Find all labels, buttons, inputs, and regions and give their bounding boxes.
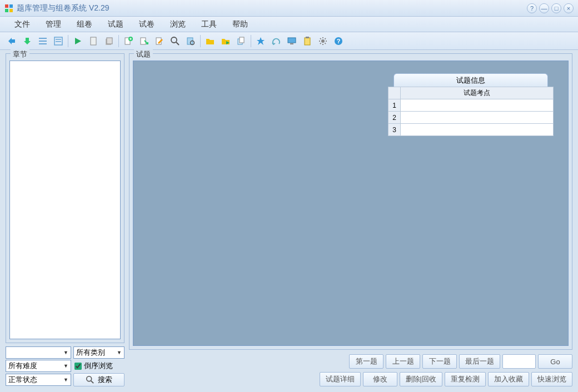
- type-select-value: 所有类别: [76, 348, 105, 358]
- svg-rect-12: [107, 38, 112, 44]
- edit-icon[interactable]: [152, 34, 167, 48]
- window-controls: ? ― □ ×: [527, 3, 574, 13]
- search-icon[interactable]: [168, 34, 182, 48]
- info-panel: 试题信息 试题考点 1: [388, 73, 554, 136]
- quick-view-button[interactable]: 快速浏览: [531, 372, 572, 386]
- toolbar-separator: [200, 35, 201, 47]
- recycle-icon[interactable]: [269, 34, 283, 48]
- info-tab[interactable]: 试题信息: [393, 73, 548, 87]
- row-number: 1: [388, 99, 401, 112]
- svg-rect-24: [305, 38, 310, 45]
- svg-rect-3: [9, 9, 13, 12]
- chapter-tree[interactable]: [9, 61, 121, 339]
- search-button[interactable]: 搜索: [73, 373, 124, 386]
- svg-point-17: [171, 37, 177, 43]
- search-button-label: 搜索: [98, 375, 112, 385]
- go-button[interactable]: Go: [538, 354, 572, 369]
- row-cell[interactable]: [401, 124, 554, 136]
- edit-button[interactable]: 修改: [363, 372, 397, 386]
- svg-rect-2: [5, 9, 8, 12]
- row-number: 3: [388, 124, 401, 136]
- minimize-button[interactable]: ―: [539, 3, 549, 13]
- help-icon[interactable]: ?: [331, 34, 346, 48]
- menu-file[interactable]: 文件: [7, 17, 38, 32]
- svg-rect-25: [306, 37, 309, 38]
- first-button[interactable]: 第一题: [349, 354, 383, 369]
- preview-icon[interactable]: [183, 34, 198, 48]
- gear-icon[interactable]: [316, 34, 330, 48]
- svg-rect-10: [91, 37, 96, 45]
- search-icon: [86, 375, 94, 384]
- menu-manage[interactable]: 管理: [38, 17, 69, 32]
- help-button[interactable]: ?: [527, 3, 537, 13]
- svg-rect-5: [39, 41, 47, 42]
- row-cell[interactable]: [401, 112, 554, 124]
- svg-rect-4: [39, 38, 47, 39]
- menu-compose[interactable]: 组卷: [69, 17, 100, 32]
- prev-button[interactable]: 上一题: [386, 354, 420, 369]
- table-row[interactable]: 3: [388, 124, 554, 136]
- menu-question[interactable]: 试题: [100, 17, 131, 32]
- question-group-label: 试题: [134, 49, 153, 59]
- play-icon[interactable]: [71, 34, 85, 48]
- app-icon: [4, 4, 13, 13]
- svg-rect-1: [9, 4, 13, 8]
- table-row[interactable]: 1: [388, 99, 554, 112]
- add-page-icon[interactable]: [137, 34, 151, 48]
- row-cell[interactable]: [401, 99, 554, 112]
- reverse-order-input[interactable]: [74, 363, 82, 370]
- toolbar-separator: [251, 35, 251, 47]
- form-icon[interactable]: [51, 34, 66, 48]
- last-button[interactable]: 最后一题: [459, 354, 500, 369]
- titlebar: 题库管理与组卷系统 V2.29 ? ― □ ×: [0, 0, 578, 17]
- delete-button[interactable]: 删除|回收: [400, 372, 442, 386]
- copy-icon[interactable]: [234, 34, 248, 48]
- detail-button[interactable]: 试题详细: [320, 372, 361, 386]
- stack-icon[interactable]: [102, 34, 116, 48]
- maximize-button[interactable]: □: [551, 3, 561, 13]
- toolbar-separator: [118, 35, 119, 47]
- svg-point-29: [87, 376, 92, 381]
- difficulty-select[interactable]: 所有难度 ▼: [6, 360, 71, 372]
- reverse-order-label: 倒序浏览: [84, 361, 113, 371]
- close-button[interactable]: ×: [564, 3, 574, 13]
- import-icon[interactable]: [20, 34, 34, 48]
- svg-rect-9: [56, 41, 61, 42]
- left-controls: ▼ 所有类别 ▼ 所有难度 ▼ 倒序浏览 正常状态: [6, 346, 124, 386]
- page-icon[interactable]: [86, 34, 101, 48]
- menu-paper[interactable]: 试卷: [131, 17, 162, 32]
- page-input[interactable]: [502, 354, 536, 369]
- bottom-controls: 第一题 上一题 下一题 最后一题 Go 试题详细 修改 删除|回收 重复检测 加…: [129, 354, 572, 386]
- star-icon[interactable]: [253, 34, 268, 48]
- new-page-icon[interactable]: [121, 34, 136, 48]
- monitor-icon[interactable]: [285, 34, 299, 48]
- export-icon[interactable]: [4, 34, 19, 48]
- table-row[interactable]: 2: [388, 112, 554, 124]
- table-header: 试题考点: [401, 87, 554, 99]
- menu-browse[interactable]: 浏览: [162, 17, 193, 32]
- svg-text:?: ?: [337, 38, 341, 44]
- next-button[interactable]: 下一题: [422, 354, 457, 369]
- folder-arrow-icon[interactable]: [218, 34, 233, 48]
- menu-tools[interactable]: 工具: [193, 17, 225, 32]
- nav-button-row: 第一题 上一题 下一题 最后一题 Go: [349, 354, 572, 369]
- chapter-group: 章节: [6, 53, 124, 343]
- svg-rect-6: [39, 43, 47, 44]
- svg-rect-22: [288, 38, 296, 43]
- main-area: 章节 ▼ 所有类别 ▼ 所有难度 ▼ 倒序浏览: [0, 50, 578, 392]
- svg-rect-8: [56, 39, 61, 40]
- type-select[interactable]: 所有类别 ▼: [73, 346, 124, 359]
- folder-icon[interactable]: [203, 34, 217, 48]
- clipboard-icon[interactable]: [300, 34, 315, 48]
- toolbar-separator: [68, 35, 68, 47]
- question-area[interactable]: 试题信息 试题考点 1: [133, 61, 569, 346]
- menu-help[interactable]: 帮助: [225, 17, 256, 32]
- favorite-button[interactable]: 加入收藏: [488, 372, 529, 386]
- dup-check-button[interactable]: 重复检测: [445, 372, 486, 386]
- row-number: 2: [388, 112, 401, 124]
- reverse-order-checkbox[interactable]: 倒序浏览: [73, 361, 113, 371]
- status-select[interactable]: 正常状态 ▼: [6, 374, 71, 386]
- chapter-select[interactable]: ▼: [6, 346, 71, 359]
- difficulty-select-value: 所有难度: [8, 361, 37, 371]
- list-icon[interactable]: [36, 34, 50, 48]
